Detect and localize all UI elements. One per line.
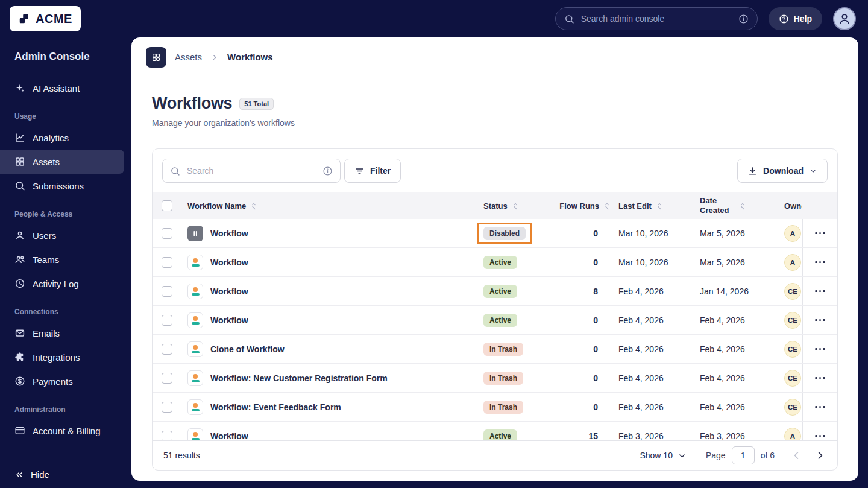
row-checkbox[interactable]: [162, 402, 172, 413]
table-row[interactable]: Workflow Active 0 Mar 10, 2026 Mar 5, 20…: [153, 248, 837, 277]
row-actions-button[interactable]: [813, 314, 828, 326]
sidebar-section: Usage Analytics Assets Submissions: [0, 100, 131, 198]
user-avatar[interactable]: [833, 7, 856, 30]
status-badge: Active: [483, 429, 517, 441]
workflow-name[interactable]: Workflow: New Customer Registration Form: [210, 373, 388, 383]
previous-page-button[interactable]: [790, 449, 802, 461]
download-button[interactable]: Download: [737, 159, 828, 183]
person-icon: [838, 12, 851, 25]
table-search[interactable]: [162, 159, 341, 183]
last-edit-value: Feb 4, 2026: [618, 277, 700, 305]
last-edit-value: Feb 4, 2026: [618, 364, 700, 392]
workflow-name[interactable]: Workflow: Event Feedback Form: [210, 402, 341, 412]
workflows-table-card: Filter Download Workflow Name Status: [152, 148, 838, 471]
table-row[interactable]: Workflow Disabled 0 Mar 10, 2026 Mar 5, …: [153, 219, 837, 248]
workflow-name[interactable]: Workflow: [210, 315, 248, 325]
row-checkbox[interactable]: [162, 431, 172, 441]
row-actions-button[interactable]: [813, 227, 828, 239]
grid-icon: [151, 52, 161, 62]
table-row[interactable]: Workflow Active 15 Feb 3, 2026 Feb 3, 20…: [153, 422, 837, 440]
sort-icon[interactable]: [250, 201, 258, 210]
workflow-form-icon: [187, 341, 203, 357]
workflow-name[interactable]: Workflow: [210, 258, 248, 267]
column-header-workflow-name[interactable]: Workflow Name: [181, 201, 477, 211]
page-head: Workflows 51 Total Manage your organizat…: [131, 77, 858, 128]
row-checkbox[interactable]: [162, 228, 172, 239]
sort-icon[interactable]: [655, 201, 664, 210]
workflow-form-icon: [187, 428, 203, 441]
owner-avatar: CE: [784, 399, 801, 416]
sidebar-item-emails[interactable]: Emails: [0, 321, 131, 345]
table-row[interactable]: Workflow Active 0 Feb 4, 2026 Feb 4, 202…: [153, 306, 837, 335]
sidebar-section-label: People & Access: [0, 198, 131, 223]
column-header-owner[interactable]: Owner: [777, 201, 802, 211]
activity-icon: [14, 278, 25, 289]
row-actions-button[interactable]: [813, 372, 828, 384]
row-checkbox[interactable]: [162, 286, 172, 297]
sidebar-item-payments[interactable]: Payments: [0, 369, 131, 393]
rows-per-page-select[interactable]: Show 10: [636, 450, 690, 461]
flow-runs-value: 0: [555, 248, 618, 276]
acme-logo[interactable]: ACME: [10, 6, 81, 31]
admin-search-input[interactable]: [580, 13, 733, 24]
breadcrumb-assets-link[interactable]: Assets: [175, 52, 202, 62]
owner-avatar: CE: [784, 312, 801, 329]
admin-search[interactable]: [555, 7, 758, 30]
info-icon[interactable]: [322, 166, 333, 176]
table-row[interactable]: Workflow Active 8 Feb 4, 2026 Jan 14, 20…: [153, 277, 837, 306]
column-header-date-created[interactable]: Date Created: [700, 196, 777, 215]
next-page-button[interactable]: [814, 449, 826, 461]
row-checkbox[interactable]: [162, 257, 172, 268]
users-icon: [14, 230, 25, 241]
owner-avatar: CE: [784, 283, 801, 300]
column-header-status[interactable]: Status: [477, 201, 555, 211]
sidebar-item-ai-assistant[interactable]: AI Assistant: [0, 76, 131, 100]
status-badge: Active: [483, 314, 517, 327]
row-checkbox[interactable]: [162, 315, 172, 326]
row-checkbox[interactable]: [162, 373, 172, 384]
sidebar-item-account-billing[interactable]: Account & Billing: [0, 419, 131, 443]
sidebar-item-analytics[interactable]: Analytics: [0, 125, 131, 150]
table-row[interactable]: Workflow: New Customer Registration Form…: [153, 364, 837, 393]
workflow-name[interactable]: Clone of Workflow: [210, 344, 285, 354]
status-badge-wrap: Active: [477, 280, 524, 302]
select-all-checkbox[interactable]: [162, 200, 172, 211]
caret-down-icon: [678, 451, 687, 460]
table-row[interactable]: Clone of Workflow In Trash 0 Feb 4, 2026…: [153, 335, 837, 364]
sort-icon[interactable]: [603, 201, 611, 210]
sort-icon[interactable]: [738, 201, 747, 210]
search-icon: [170, 166, 180, 176]
workflow-name[interactable]: Workflow: [210, 431, 248, 441]
sidebar-item-users[interactable]: Users: [0, 223, 131, 247]
column-header-last-edit[interactable]: Last Edit: [618, 201, 700, 211]
workflow-name[interactable]: Workflow: [210, 287, 248, 296]
row-checkbox[interactable]: [162, 344, 172, 355]
page-subtitle: Manage your organization's workflows: [152, 118, 838, 128]
row-actions-button[interactable]: [813, 430, 828, 440]
double-chevron-left-icon: [14, 470, 24, 480]
sidebar-item-assets[interactable]: Assets: [0, 150, 124, 174]
last-edit-value: Mar 10, 2026: [618, 248, 700, 276]
sidebar-item-integrations[interactable]: Integrations: [0, 345, 131, 369]
row-actions-button[interactable]: [813, 256, 828, 268]
hide-sidebar-button[interactable]: Hide: [14, 469, 49, 480]
table-row[interactable]: Workflow: Event Feedback Form In Trash 0…: [153, 393, 837, 422]
row-actions-button[interactable]: [813, 401, 828, 413]
row-actions-button[interactable]: [813, 285, 828, 297]
sidebar-item-activity-log[interactable]: Activity Log: [0, 271, 131, 296]
sidebar-item-teams[interactable]: Teams: [0, 247, 131, 271]
integrations-icon: [14, 352, 25, 363]
sidebar-item-submissions[interactable]: Submissions: [0, 174, 131, 198]
filter-button[interactable]: Filter: [344, 159, 401, 183]
row-actions-button[interactable]: [813, 343, 828, 355]
column-header-flow-runs[interactable]: Flow Runs: [555, 201, 618, 211]
assets-icon: [14, 156, 25, 167]
pause-icon: [187, 226, 203, 241]
status-badge-wrap: In Trash: [477, 338, 530, 360]
page-number-input[interactable]: [732, 446, 755, 464]
help-button[interactable]: Help: [769, 7, 822, 30]
table-search-input[interactable]: [186, 165, 317, 176]
info-icon[interactable]: [738, 14, 749, 24]
sort-icon[interactable]: [511, 201, 520, 210]
workflow-name[interactable]: Workflow: [210, 229, 248, 238]
